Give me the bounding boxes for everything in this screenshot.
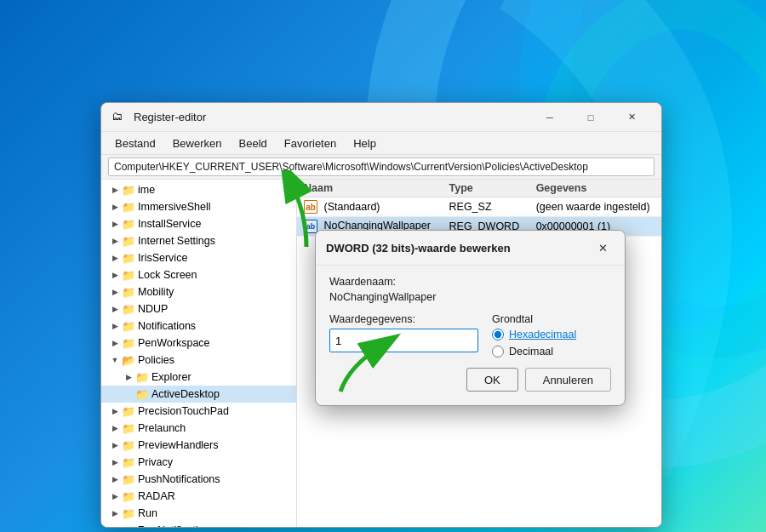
tree-label: PenWorkspace — [138, 337, 210, 349]
expand-icon: ▶ — [108, 183, 122, 197]
tree-item-activedesktop[interactable]: ▶ 📁 ActiveDesktop — [101, 386, 296, 403]
expand-icon: ▶ — [108, 506, 122, 520]
radio-hex-item[interactable]: Hexadecimaal — [492, 329, 611, 340]
folder-icon: 📁 — [122, 490, 135, 503]
expand-icon: ▶ — [108, 438, 122, 452]
folder-icon: 📁 — [122, 201, 135, 214]
expand-icon: ▶ — [108, 285, 122, 299]
folder-icon: 📁 — [122, 320, 135, 333]
tree-item-policies[interactable]: ▼ 📂 Policies — [101, 352, 296, 369]
tree-label: ActiveDesktop — [151, 388, 220, 400]
radio-dec-item[interactable]: Decimaal — [492, 346, 611, 358]
menu-bewerken[interactable]: Bewerken — [166, 135, 229, 152]
value-name-display: NoChangingWallpaper — [329, 291, 611, 303]
tree-item-precisiontouchpad[interactable]: ▶ 📁 PrecisionTouchPad — [101, 403, 296, 420]
folder-icon: 📁 — [122, 286, 135, 299]
menu-favorieten[interactable]: Favorieten — [277, 135, 343, 152]
tree-item-irisservice[interactable]: ▶ 📁 IrisService — [101, 249, 296, 266]
menu-bestand[interactable]: Bestand — [108, 135, 163, 152]
tree-item-pushnotifications[interactable]: ▶ 📁 PushNotifications — [101, 471, 296, 488]
tree-label: IrisService — [138, 252, 187, 264]
tree-item-ndup[interactable]: ▶ 📁 NDUP — [101, 300, 296, 317]
tree-item-penworkspace[interactable]: ▶ 📁 PenWorkspace — [101, 335, 296, 352]
folder-icon: 📁 — [122, 235, 135, 248]
folder-icon: 📁 — [122, 456, 135, 469]
menu-help[interactable]: Help — [346, 135, 383, 152]
radio-hex[interactable] — [492, 329, 504, 340]
dialog-col-data: Waardegegevens: — [329, 313, 478, 358]
dialog-close-button[interactable]: ✕ — [591, 237, 615, 258]
folder-open-icon: 📂 — [122, 354, 135, 367]
radio-dec-label: Decimaal — [509, 346, 553, 358]
expand-icon: ▶ — [108, 268, 122, 282]
folder-icon: 📁 — [122, 184, 135, 197]
tree-item-immersiveshell[interactable]: ▶ 📁 ImmersiveShell — [101, 198, 296, 215]
regedit-app-icon: 🗂 — [111, 110, 127, 125]
address-input[interactable] — [108, 157, 655, 176]
minimize-button[interactable]: ─ — [530, 104, 569, 131]
folder-icon: 📁 — [135, 388, 149, 401]
folder-icon: 📁 — [122, 439, 135, 452]
radio-dec[interactable] — [492, 346, 504, 358]
dialog-title: DWORD (32 bits)-waarde bewerken — [326, 242, 511, 255]
maximize-button[interactable]: □ — [571, 104, 610, 131]
close-icon: ✕ — [628, 112, 636, 123]
expand-icon: ▼ — [108, 353, 122, 367]
dialog-buttons: OK Annuleren — [329, 368, 611, 392]
tree-label: Mobility — [138, 286, 174, 298]
expand-icon: ▶ — [108, 319, 122, 333]
folder-icon: 📁 — [135, 371, 149, 384]
tree-item-internetsettings[interactable]: ▶ 📁 Internet Settings — [101, 232, 296, 249]
expand-icon: ▶ — [108, 217, 122, 231]
tree-item-notifications[interactable]: ▶ 📁 Notifications — [101, 317, 296, 335]
cancel-button[interactable]: Annuleren — [525, 368, 611, 392]
expand-icon: ▶ — [108, 472, 122, 486]
tree-item-runnotification[interactable]: ▶ 📁 RunNotification — [101, 522, 296, 527]
folder-icon: 📁 — [122, 252, 135, 265]
tree-label: Explorer — [151, 371, 192, 383]
ok-button[interactable]: OK — [466, 368, 518, 392]
tree-label: Notifications — [138, 320, 196, 332]
dialog-row: Waardegegevens: Grondtal Hexadecimaal De… — [329, 313, 611, 358]
radio-hex-label: Hexadecimaal — [509, 329, 576, 340]
expand-icon: ▶ — [108, 200, 122, 214]
window-controls: ─ □ ✕ — [530, 104, 651, 131]
col-naam: Naam — [297, 180, 443, 197]
tree-item-ime[interactable]: ▶ 📁 ime — [101, 181, 296, 198]
tree-item-run[interactable]: ▶ 📁 Run — [101, 505, 296, 522]
expand-icon: ▶ — [108, 251, 122, 265]
tree-label: Internet Settings — [138, 235, 215, 247]
maximize-icon: □ — [588, 112, 594, 123]
tree-item-radar[interactable]: ▶ 📁 RADAR — [101, 488, 296, 505]
window-title: Register-editor — [134, 111, 530, 123]
row-type: REG_SZ — [443, 197, 529, 217]
value-name-label: Waardenaam: — [329, 276, 611, 288]
tree-item-explorer[interactable]: ▶ 📁 Explorer — [101, 369, 296, 386]
folder-icon: 📁 — [122, 337, 135, 350]
folder-icon: 📁 — [122, 422, 135, 435]
folder-icon: 📁 — [122, 218, 135, 231]
expand-icon: ▶ — [108, 336, 122, 350]
expand-icon: ▶ — [108, 455, 122, 469]
tree-item-lockscreen[interactable]: ▶ 📁 Lock Screen — [101, 266, 296, 283]
expand-icon: ▶ — [108, 523, 122, 527]
close-button[interactable]: ✕ — [612, 104, 651, 131]
value-data-label: Waardegegevens: — [329, 313, 478, 325]
menu-beeld[interactable]: Beeld — [232, 135, 274, 152]
value-data-input[interactable] — [329, 329, 478, 352]
tree-item-privacy[interactable]: ▶ 📁 Privacy — [101, 454, 296, 471]
tree-label: Lock Screen — [138, 269, 197, 281]
table-row[interactable]: ab (Standaard) REG_SZ (geen waarde inges… — [297, 197, 661, 217]
col-type: Type — [443, 180, 529, 197]
tree-item-installservice[interactable]: ▶ 📁 InstallService — [101, 215, 296, 232]
tree-label: Prelaunch — [138, 422, 186, 434]
tree-item-previewhandlers[interactable]: ▶ 📁 PreviewHandlers — [101, 437, 296, 454]
minimize-icon: ─ — [546, 112, 553, 123]
folder-icon: 📁 — [122, 405, 135, 418]
tree-label: ime — [138, 184, 155, 196]
folder-icon: 📁 — [122, 524, 135, 528]
tree-item-mobility[interactable]: ▶ 📁 Mobility — [101, 283, 296, 300]
tree-label: RADAR — [138, 490, 175, 502]
tree-item-prelaunch[interactable]: ▶ 📁 Prelaunch — [101, 420, 296, 437]
dialog-col-base: Grondtal Hexadecimaal Decimaal — [492, 313, 611, 358]
